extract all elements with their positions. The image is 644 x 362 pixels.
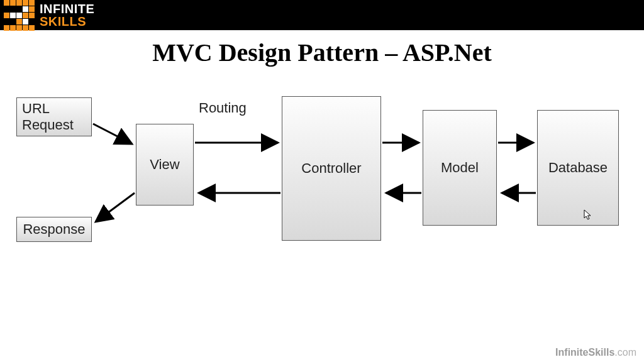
- arrow-view-to-response: [96, 193, 135, 222]
- page-title: MVC Design Pattern – ASP.Net: [0, 38, 644, 67]
- box-url-request: URL Request: [16, 97, 92, 136]
- box-response: Response: [16, 217, 92, 242]
- box-controller: Controller: [282, 96, 381, 241]
- diagram-canvas: URL Request Response View Controller Mod…: [0, 80, 644, 331]
- footer-suffix: .com: [614, 347, 636, 358]
- cursor-icon: [584, 209, 592, 221]
- footer-watermark: InfiniteSkills.com: [555, 347, 636, 358]
- arrow-url-to-view: [93, 124, 132, 144]
- logo-line2: SKILLS: [40, 15, 94, 28]
- label-routing: Routing: [199, 100, 247, 116]
- box-database: Database: [537, 110, 619, 226]
- box-view: View: [136, 124, 194, 206]
- logo-line1: INFINITE: [40, 3, 94, 15]
- header-bar: INFINITE SKILLS: [0, 0, 644, 30]
- box-model: Model: [423, 110, 497, 226]
- logo-text: INFINITE SKILLS: [40, 3, 94, 28]
- footer-brand: InfiniteSkills: [555, 347, 614, 358]
- logo-icon: [4, 0, 35, 31]
